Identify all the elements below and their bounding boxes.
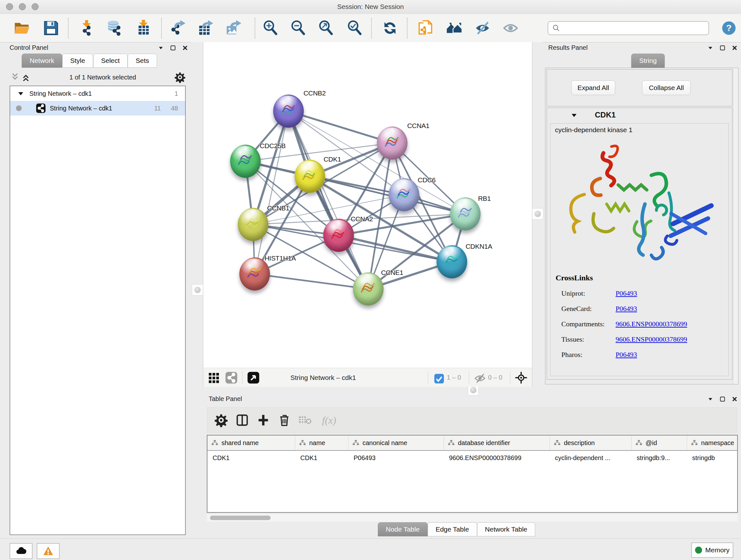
selected-checkbox-icon[interactable] [433,372,444,383]
cell-namespace[interactable]: stringdb [687,454,738,462]
cell-shared-name[interactable]: CDK1 [207,454,295,462]
node-HIST1H1A[interactable] [239,257,270,291]
node-CDC6[interactable] [389,178,419,211]
crosslink-link[interactable]: P06493 [616,305,637,313]
panel-menu-icon[interactable] [707,396,714,402]
column-header-canonical-name[interactable]: canonical name [348,435,444,450]
home-icon[interactable] [447,20,463,37]
network-row[interactable]: String Network – cdk1 11 48 [10,101,185,116]
zoom-fit-icon[interactable] [318,20,334,37]
panel-menu-icon[interactable] [158,45,164,51]
export-table-icon[interactable] [197,20,213,37]
tab-string[interactable]: String [631,54,665,68]
scrollbar-thumb[interactable] [210,516,271,520]
float-panel-icon[interactable] [170,45,176,51]
caret-down-icon[interactable] [17,89,25,98]
search-input[interactable] [560,24,709,32]
left-splitter-handle[interactable] [192,284,203,296]
results-scrollbar[interactable] [733,68,738,384]
crosslink-link[interactable]: P06493 [616,351,637,359]
add-column-icon[interactable] [256,413,270,427]
horizontal-splitter[interactable] [203,387,741,393]
show-columns-icon[interactable] [235,413,249,427]
node-CCNB1[interactable] [238,208,268,241]
zoom-out-icon[interactable] [290,20,307,37]
close-panel-icon[interactable] [731,45,738,51]
grid-view-icon[interactable] [208,371,220,384]
node-CCNE1[interactable] [353,272,384,306]
crosslink-link[interactable]: P06493 [616,289,637,298]
collapse-all-icon[interactable] [10,72,20,83]
edge-CCNB2-HIST1H1A[interactable] [255,111,288,274]
column-header-namespace[interactable]: namespace [687,435,738,450]
cloud-status-button[interactable] [10,543,32,559]
network-collection-row[interactable]: String Network – cdk1 1 [10,86,185,101]
network-options-gear-icon[interactable] [174,71,186,83]
node-CDK1[interactable] [294,160,325,193]
cell-description[interactable]: cyclin-dependent ... [550,454,631,462]
node-CCNA2[interactable] [323,219,354,252]
column-header-shared-name[interactable]: shared name [207,435,295,450]
tab-sets[interactable]: Sets [128,54,157,68]
search-box[interactable] [548,21,709,35]
table-horizontal-scrollbar[interactable] [207,514,738,522]
show-details-icon[interactable] [502,20,519,37]
network-birdseye-icon[interactable] [225,371,238,384]
edge-CCNA2-CDKN1A[interactable] [339,235,452,262]
left-splitter[interactable] [192,42,203,538]
open-session-icon[interactable] [13,20,30,37]
edge-CCNB2-CCNA1[interactable] [288,111,392,143]
right-splitter[interactable] [532,42,542,387]
column-header-description[interactable]: description [550,435,631,450]
crosslink-link[interactable]: 9606.ENSP00000378699 [616,335,687,344]
cell-name[interactable]: CDK1 [295,454,348,462]
export-view-icon[interactable] [247,371,260,384]
clone-network-icon[interactable] [417,20,434,37]
tab-edge-table[interactable]: Edge Table [428,522,477,537]
zoom-selected-icon[interactable] [347,20,363,37]
save-session-icon[interactable] [43,20,59,37]
node-CCNB2[interactable] [273,95,304,128]
node-CDKN1A[interactable] [436,245,467,278]
column-header-name[interactable]: name [295,435,348,450]
tab-node-table[interactable]: Node Table [378,522,428,537]
import-network-from-database-icon[interactable] [106,20,123,37]
right-splitter-handle[interactable] [532,208,543,220]
expand-all-icon[interactable] [20,72,31,83]
hidden-eye-icon[interactable] [474,372,485,383]
close-panel-icon[interactable] [182,45,188,51]
cell-canonical-name[interactable]: P06493 [348,454,444,462]
tab-network-table[interactable]: Network Table [477,522,536,537]
table-row[interactable]: CDK1CDK1P064939606.ENSP00000378699cyclin… [207,451,737,465]
fit-selected-crosshair-icon[interactable] [515,371,528,384]
close-panel-icon[interactable] [731,396,738,402]
memory-button[interactable]: Memory [691,543,733,558]
node-RB1[interactable] [450,197,481,231]
zoom-in-icon[interactable] [262,20,279,37]
tab-style[interactable]: Style [62,54,93,68]
refresh-network-icon[interactable] [382,20,398,37]
delete-column-icon[interactable] [277,413,291,427]
tab-select[interactable]: Select [93,54,128,68]
export-network-icon[interactable] [169,20,185,37]
tab-network[interactable]: Network [22,54,62,68]
function-builder-icon[interactable]: f(x) [322,415,336,426]
edge-CCNB2-CCNE1[interactable] [288,111,368,289]
panel-menu-icon[interactable] [707,45,714,51]
column-header--id[interactable]: @id [631,435,687,450]
cell--id[interactable]: stringdb:9... [631,454,687,462]
import-network-icon[interactable] [78,20,95,37]
delete-table-icon[interactable] [298,413,315,427]
network-canvas[interactable]: CCNB2CCNA1CDC25BCDK1CDC6RB1CCNB1CCNA2CDK… [203,42,533,368]
warnings-button[interactable] [37,543,60,559]
collapse-all-button[interactable]: Collapse All [642,80,690,95]
float-panel-icon[interactable] [719,396,726,402]
node-CDC25B[interactable] [230,145,261,178]
crosslink-link[interactable]: 9606.ENSP00000378699 [616,320,687,328]
table-options-gear-icon[interactable] [214,413,228,427]
float-panel-icon[interactable] [719,45,726,51]
edge-CCNE1-HIST1H1A[interactable] [255,274,368,289]
import-table-icon[interactable] [135,20,152,37]
help-button[interactable]: ? [722,21,736,35]
node-CCNA1[interactable] [377,126,408,160]
